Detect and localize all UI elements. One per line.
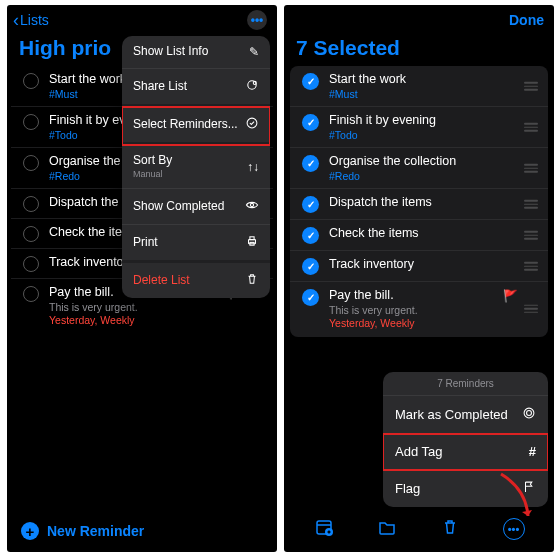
drag-handle-icon[interactable] <box>524 200 538 209</box>
nav-bar: Done <box>284 5 554 33</box>
menu-show-list-info[interactable]: Show List Info✎ <box>122 36 270 69</box>
back-button[interactable]: ‹ Lists <box>13 11 49 29</box>
sort-icon: ↑↓ <box>247 160 259 174</box>
svg-rect-5 <box>250 237 254 240</box>
complete-toggle[interactable] <box>23 256 39 272</box>
sheet-add-tag[interactable]: Add Tag# <box>383 434 548 470</box>
due-date-icon[interactable] <box>314 517 334 542</box>
drag-handle-icon[interactable] <box>524 304 538 313</box>
reminder-item[interactable]: Pay the bill.This is very urgent.Yesterd… <box>290 282 548 335</box>
drag-handle-icon[interactable] <box>524 123 538 132</box>
item-tag[interactable]: #Redo <box>329 170 518 182</box>
item-title: Track inventory <box>329 257 518 272</box>
check-circle-icon <box>245 116 259 133</box>
more-button[interactable]: ••• <box>247 10 267 30</box>
menu-share-list[interactable]: Share List <box>122 69 270 107</box>
plus-icon: + <box>21 522 39 540</box>
item-title: Start the work <box>329 72 518 87</box>
nav-bar: ‹ Lists ••• <box>7 5 277 33</box>
more-actions-button[interactable]: ••• <box>503 518 525 540</box>
item-title: Finish it by evening <box>329 113 518 128</box>
menu-sort-by[interactable]: Sort ByManual↑↓ <box>122 145 270 189</box>
reminder-item[interactable]: Dispatch the items <box>290 189 548 220</box>
stage: ‹ Lists ••• High prio Start the work#Mus… <box>0 0 560 560</box>
drag-handle-icon[interactable] <box>524 82 538 91</box>
drag-handle-icon[interactable] <box>524 262 538 271</box>
reminder-item[interactable]: Track inventory <box>290 251 548 282</box>
reminder-item[interactable]: Finish it by evening#Todo <box>290 107 548 148</box>
move-icon[interactable] <box>377 517 397 542</box>
selection-checkbox[interactable] <box>302 258 319 275</box>
item-title: Organise the collection <box>329 154 518 169</box>
menu-print[interactable]: Print <box>122 225 270 263</box>
sheet-flag[interactable]: Flag <box>383 470 548 507</box>
selection-checkbox[interactable] <box>302 155 319 172</box>
pencil-icon: ✎ <box>249 45 259 59</box>
complete-toggle[interactable] <box>23 196 39 212</box>
sheet-mark-completed[interactable]: Mark as Completed <box>383 396 548 434</box>
svg-point-0 <box>248 81 256 89</box>
complete-toggle[interactable] <box>23 114 39 130</box>
drag-handle-icon[interactable] <box>524 231 538 240</box>
reminder-item[interactable]: Start the work#Must <box>290 66 548 107</box>
back-label: Lists <box>20 12 49 28</box>
item-note: This is very urgent. <box>49 301 267 313</box>
print-icon <box>245 234 259 251</box>
complete-toggle[interactable] <box>23 155 39 171</box>
circle-icon <box>522 406 536 423</box>
selection-toolbar: ••• <box>284 512 554 546</box>
list-context-menu: Show List Info✎ Share List Select Remind… <box>122 36 270 298</box>
menu-delete-list[interactable]: Delete List <box>122 263 270 298</box>
right-screenshot: Done 7 Selected Start the work#Must Fini… <box>284 5 554 552</box>
chevron-left-icon: ‹ <box>13 11 19 29</box>
trash-icon[interactable] <box>440 517 460 542</box>
menu-show-completed[interactable]: Show Completed <box>122 189 270 225</box>
selection-checkbox[interactable] <box>302 289 319 306</box>
svg-point-3 <box>250 204 253 207</box>
flag-outline-icon <box>522 480 536 497</box>
new-reminder-label: New Reminder <box>47 523 144 539</box>
item-due: Yesterday, Weekly <box>329 317 518 329</box>
item-due: Yesterday, Weekly <box>49 314 267 326</box>
bulk-action-sheet: 7 Reminders Mark as Completed Add Tag# F… <box>383 372 548 507</box>
selection-title: 7 Selected <box>284 33 554 66</box>
eye-icon <box>245 198 259 215</box>
new-reminder-button[interactable]: + New Reminder <box>21 522 144 540</box>
sheet-header: 7 Reminders <box>383 372 548 396</box>
selection-checkbox[interactable] <box>302 73 319 90</box>
complete-toggle[interactable] <box>23 286 39 302</box>
selection-checkbox[interactable] <box>302 114 319 131</box>
item-title: Pay the bill. <box>329 288 518 303</box>
item-tag[interactable]: #Todo <box>329 129 518 141</box>
item-title: Check the items <box>329 226 518 241</box>
reminder-item[interactable]: Organise the collection#Redo <box>290 148 548 189</box>
complete-toggle[interactable] <box>23 226 39 242</box>
left-screenshot: ‹ Lists ••• High prio Start the work#Mus… <box>7 5 277 552</box>
trash-icon <box>245 272 259 289</box>
item-tag[interactable]: #Must <box>329 88 518 100</box>
item-note: This is very urgent. <box>329 304 518 316</box>
reminder-item[interactable]: Check the items <box>290 220 548 251</box>
menu-select-reminders[interactable]: Select Reminders... <box>122 107 270 145</box>
selection-list: Start the work#Must Finish it by evening… <box>290 66 548 337</box>
share-icon <box>245 78 259 95</box>
selection-checkbox[interactable] <box>302 227 319 244</box>
svg-point-1 <box>253 81 256 84</box>
hash-icon: # <box>529 444 536 459</box>
svg-point-8 <box>527 411 532 416</box>
item-title: Dispatch the items <box>329 195 518 210</box>
selection-checkbox[interactable] <box>302 196 319 213</box>
done-button[interactable]: Done <box>509 12 544 28</box>
svg-point-7 <box>524 408 534 418</box>
flag-icon: 🚩 <box>503 289 518 303</box>
complete-toggle[interactable] <box>23 73 39 89</box>
drag-handle-icon[interactable] <box>524 164 538 173</box>
